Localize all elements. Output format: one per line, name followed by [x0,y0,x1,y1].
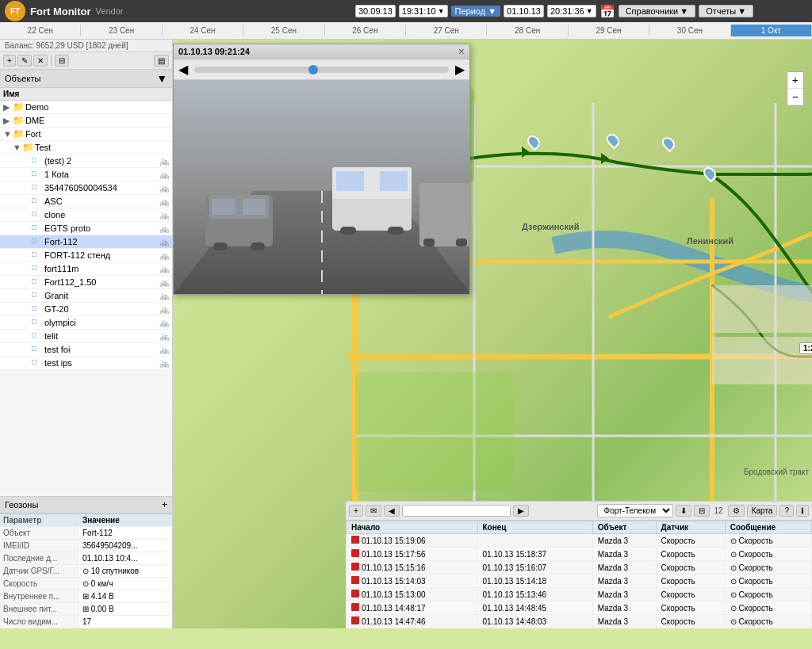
tree-action[interactable]: 🚲 [159,305,169,314]
tree-item-3[interactable]: ▼📁Test [0,141,172,155]
tree-item-14[interactable]: □Granit🚲 [0,289,172,303]
tree-expand-icon[interactable]: ▼ [13,143,22,152]
tree-action[interactable]: 🚲 [159,292,169,300]
tree-action[interactable]: 🚲 [159,157,169,166]
map-area[interactable]: 9:28 1:21 47.7 км Fort-112 Дзержинский Л… [173,40,812,628]
time-to-dropdown[interactable]: ▼ [586,7,593,15]
date-to-group[interactable]: 01.10.13 [504,5,544,17]
info-btn[interactable]: ℹ [796,505,809,517]
events-row-2[interactable]: 01.10.13 15:15:16 01.10.13 15:16:07 Mazd… [347,561,812,575]
question-btn[interactable]: ? [779,505,794,517]
video-controls[interactable]: ◀ ▶ [174,59,469,80]
tree-item-11[interactable]: □FORT-112 стенд🚲 [0,249,172,262]
tree-action[interactable]: 🚲 [159,265,169,273]
tree-item-10[interactable]: □Fort-112🚲 [0,235,172,249]
events-row-3[interactable]: 01.10.13 15:14:03 01.10.13 15:14:18 Mazd… [347,575,812,588]
timeline-cell-6[interactable]: 28 Сен [487,25,568,36]
tree-expand-icon[interactable]: ▶ [3,102,13,113]
tree-item-18[interactable]: □test foi🚲 [0,343,172,357]
events-row-1[interactable]: 01.10.13 15:17:56 01.10.13 15:18:37 Mazd… [347,548,812,561]
tree-expand-icon[interactable]: ▶ [3,116,13,126]
tree-item-8[interactable]: □clone🚲 [0,208,172,222]
tree-action[interactable]: 🚲 [159,278,169,287]
tree-item-9[interactable]: □EGTS proto🚲 [0,222,172,235]
group-btn[interactable]: ▤ [154,55,169,67]
tree-item-1[interactable]: ▶📁DME [0,114,172,128]
timeline-cell-8[interactable]: 30 Сен [649,25,730,36]
tree-item-2[interactable]: ▼📁Fort [0,128,172,141]
tree-item-12[interactable]: □fort111m🚲 [0,262,172,276]
bottom-mail-btn[interactable]: ✉ [366,505,381,517]
tree-expand-icon[interactable]: ▼ [3,129,13,139]
zoom-in-btn[interactable]: + [787,72,803,89]
references-button[interactable]: Справочники▼ [619,5,696,17]
events-row-4[interactable]: 01.10.13 15:13:00 01.10.13 15:13:46 Mazd… [347,588,812,601]
filter-btn[interactable]: ⊟ [55,55,69,67]
filter2-btn[interactable]: ⊟ [694,505,710,517]
add-geozone-btn[interactable]: + [162,499,167,510]
tree-item-16[interactable]: □olympici🚲 [0,316,172,330]
tree-action[interactable]: 🚲 [159,359,169,368]
tree-item-17[interactable]: □telit🚲 [0,330,172,343]
add-object-btn[interactable]: + [3,55,16,67]
date-from-group[interactable]: 30.09.13 [355,5,396,17]
video-scrubber-handle[interactable] [308,65,318,74]
timeline-cell-3[interactable]: 25 Сен [243,25,324,36]
settings2-btn[interactable]: ⚙ [728,505,745,517]
tree-action[interactable]: 🚲 [159,238,169,246]
time-from-group[interactable]: 19:31:10 ▼ [399,5,448,17]
tree-action[interactable]: 🚲 [159,319,169,327]
tree-action[interactable]: 🚲 [159,170,169,179]
events-list[interactable]: НачалоКонецОбъектДатчикСообщение 01.10.1… [346,521,812,628]
tree-item-4[interactable]: □(test) 2🚲 [0,155,172,168]
source-select[interactable]: Форт-Телеком [597,504,673,517]
zoom-out-btn[interactable]: − [787,89,803,105]
events-row-5[interactable]: 01.10.13 14:48:17 01.10.13 14:48:45 Mazd… [347,601,812,615]
bottom-toolbar: + ✉ ◀ ▶ Форт-Телеком ⬇ ⊟ 12 ⚙ Карта ? ℹ [346,502,812,521]
tree-item-6[interactable]: □354476050004534🚲 [0,181,172,195]
timeline-cell-2[interactable]: 24 Сен [163,25,243,36]
tree-label: 1 Коta [44,170,158,179]
objects-tree[interactable]: ▶📁Demo▶📁DME▼📁Fort▼📁Test□(test) 2🚲□1 Коta… [0,101,172,370]
tree-action[interactable]: 🚲 [159,184,169,193]
video-next-btn[interactable]: ▶ [455,62,465,77]
tree-item-0[interactable]: ▶📁Demo [0,101,172,114]
tree-item-13[interactable]: □Fort112_1.50🚲 [0,276,172,289]
reports-button[interactable]: Отчеты▼ [699,5,753,17]
time-to-group[interactable]: 20:31:36 ▼ [547,5,596,17]
video-close-btn[interactable]: × [458,46,465,57]
video-prev-btn[interactable]: ◀ [178,62,188,77]
tree-item-15[interactable]: □GT-20🚲 [0,303,172,316]
timeline-cell-5[interactable]: 27 Сен [406,25,487,36]
timeline-cell-4[interactable]: 26 Сен [325,25,406,36]
timeline-cell-1[interactable]: 23 Сен [81,25,162,36]
tree-action[interactable]: 🚲 [159,224,169,233]
period-button[interactable]: Период ▼ [451,6,500,17]
event-sensor: Скорость [656,588,725,601]
events-row-6[interactable]: 01.10.13 14:47:46 01.10.13 14:48:03 Mazd… [347,615,812,628]
tree-action[interactable]: 🚲 [159,197,169,206]
bottom-search-input[interactable] [402,505,511,517]
timeline-cell-9[interactable]: 1 Окт [731,25,812,36]
bottom-prev-btn[interactable]: ◀ [384,505,400,517]
map-zoom-controls[interactable]: + − [787,71,804,106]
edit-object-btn[interactable]: ✎ [17,55,32,67]
timeline-cell-0[interactable]: 22 Сен [0,25,81,36]
tree-action[interactable]: 🚲 [159,345,169,354]
tree-item-7[interactable]: □ASC🚲 [0,195,172,208]
delete-object-btn[interactable]: ✕ [33,55,48,67]
video-scrubber[interactable] [194,67,449,73]
tree-action[interactable]: 🚲 [159,251,169,260]
events-row-0[interactable]: 01.10.13 15:19:06 Mazda 3 Скорость ⊙ Ско… [347,534,812,548]
bottom-next-btn[interactable]: ▶ [513,505,529,517]
tree-item-5[interactable]: □1 Коta🚲 [0,168,172,181]
collapse-objects-btn[interactable]: ▼ [156,72,167,85]
tree-item-19[interactable]: □test ips🚲 [0,357,172,370]
tree-action[interactable]: 🚲 [159,211,169,220]
map-view-btn[interactable]: Карта [747,505,778,517]
tree-action[interactable]: 🚲 [159,332,169,341]
time-from-dropdown[interactable]: ▼ [438,7,445,15]
timeline-cell-7[interactable]: 29 Сен [569,25,649,36]
export-btn[interactable]: ⬇ [676,505,691,517]
bottom-add-btn[interactable]: + [349,505,363,517]
